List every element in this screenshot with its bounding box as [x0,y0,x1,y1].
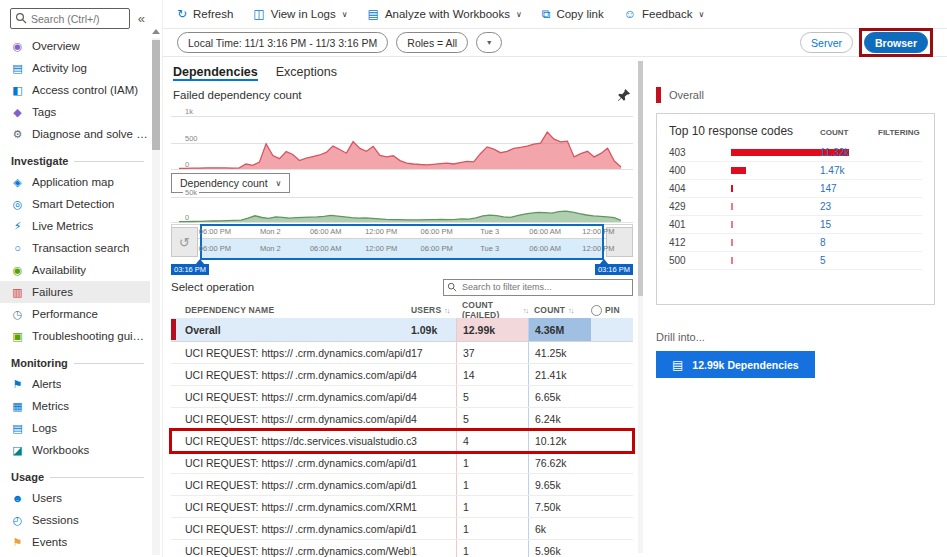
response-code-count-link[interactable]: 5 [820,255,878,266]
response-code-count-link[interactable]: 15 [820,219,878,230]
sidebar-item-availability[interactable]: ◉Availability [0,259,150,281]
browser-toggle-button[interactable]: Browser [864,32,928,53]
sidebar-item-label: Application map [32,176,114,188]
scroll-up-icon[interactable] [152,29,160,34]
view-in-logs-button[interactable]: ◫View in Logs∨ [253,8,347,20]
sidebar-item-workbooks[interactable]: ◪Workbooks [0,439,150,461]
sidebar-item-funnels[interactable]: ▼Funnels [0,553,150,557]
response-code-count-link[interactable]: 147 [820,183,878,194]
drill-dependencies-button[interactable]: ▤ 12.99k Dependencies [656,351,815,378]
brush-right-handle[interactable] [606,227,633,257]
pin-cell[interactable] [591,518,633,539]
sidebar-item-live-metrics[interactable]: ⚡Live Metrics [0,215,150,237]
count-cell: 7.50k [528,496,591,517]
tab-dependencies[interactable]: Dependencies [173,65,258,81]
sidebar-item-transaction-search[interactable]: ○Transaction search [0,237,150,259]
main-area: ↻Refresh◫View in Logs∨▤Analyze with Work… [162,0,947,557]
roles-pill[interactable]: Roles = All [396,32,468,53]
pin-cell[interactable] [591,430,633,451]
sidebar-item-users[interactable]: ☻Users [0,487,150,509]
table-row[interactable]: UCI REQUEST: https://.crm.dynamics.com/a… [171,474,633,496]
sidebar-item-performance[interactable]: ◷Performance [0,303,150,325]
table-row[interactable]: UCI REQUEST: https://.crm.dynamics.com/a… [171,364,633,386]
failed-dependency-count-chart[interactable]: 1k5000 [171,105,633,171]
pin-cell[interactable] [591,408,633,429]
sidebar-item-events[interactable]: ⚑Events [0,531,150,553]
table-filter-input[interactable] [443,279,633,296]
response-code-label: 500 [669,255,731,266]
pin-cell[interactable] [591,342,633,363]
metrics-icon: ▦ [11,401,24,412]
sessions-icon: ◴ [11,515,24,526]
sidebar-item-metrics[interactable]: ▦Metrics [0,395,150,417]
col-count[interactable]: COUNT [534,305,565,315]
table-row-overall[interactable]: Overall1.09k12.99k4.36M [171,318,633,342]
sidebar-scroll-thumb[interactable] [152,40,160,150]
table-row[interactable]: UCI REQUEST: https://.crm.dynamics.com/W… [171,540,633,557]
sidebar-item-application-map[interactable]: ◈Application map [0,171,150,193]
response-code-count-link[interactable]: 1.47k [820,165,878,176]
table-filter-box[interactable] [443,279,633,296]
analyze-with-workbooks-button[interactable]: ▤Analyze with Workbooks∨ [368,8,522,20]
pin-circle-icon [591,305,602,316]
time-range-pill[interactable]: Local Time: 11/1 3:16 PM - 11/3 3:16 PM [177,32,388,53]
col-count-failed[interactable]: COUNT (FAILED) [462,300,520,320]
add-filter-button[interactable]: ▼ [476,32,502,53]
sort-icon[interactable]: ↑↓ [444,307,449,314]
table-row[interactable]: UCI REQUEST: https://.crm.dynamics.com/a… [171,386,633,408]
pin-cell[interactable] [591,364,633,385]
table-row[interactable]: UCI REQUEST: https://.crm.dynamics.com/a… [171,342,633,364]
pin-chart-icon[interactable] [617,88,631,102]
sidebar-item-access-control[interactable]: ◧Access control (IAM) [0,79,150,101]
sidebar-item-logs[interactable]: ▤Logs [0,417,150,439]
response-code-count-link[interactable]: 8 [820,237,878,248]
table-row[interactable]: UCI REQUEST: https://.crm.dynamics.com/X… [171,496,633,518]
pin-cell[interactable] [591,452,633,473]
view-in-logs-label: View in Logs [271,8,336,20]
refresh-button[interactable]: ↻Refresh [177,8,233,20]
sidebar-item-failures[interactable]: ▥Failures [0,281,150,303]
sidebar-collapse-icon[interactable]: « [135,11,148,26]
tab-exceptions[interactable]: Exceptions [276,65,337,81]
drill-dependencies-label: 12.99k Dependencies [692,359,798,371]
sidebar-search[interactable] [10,8,130,29]
sidebar-item-tags[interactable]: ◆Tags [0,101,150,123]
count-cell: 6k [528,518,591,539]
pin-cell[interactable] [591,318,633,341]
sidebar-section-monitoring: Monitoring [11,357,144,369]
pin-cell[interactable] [591,386,633,407]
sidebar-item-alerts[interactable]: ⚑Alerts [0,373,150,395]
sidebar-item-smart-detection[interactable]: ◎Smart Detection [0,193,150,215]
table-row[interactable]: UCI REQUEST: https://.crm.dynamics.com/a… [171,408,633,430]
table-row[interactable]: UCI REQUEST: https://dc.services.visuals… [171,430,633,452]
content-scroll-thumb[interactable] [638,61,643,296]
brush-selection[interactable] [200,224,604,260]
col-dependency-name[interactable]: DEPENDENCY NAME [171,305,411,315]
dependency-count-chart[interactable]: 50k0 [171,191,633,224]
sidebar-item-label: Troubleshooting guides (previ... [32,330,150,342]
copy-link-button[interactable]: ⧉Copy link [542,8,604,20]
brush-reset-button[interactable]: ↺ [171,227,198,257]
users-cell: 1.09k [411,318,456,341]
sidebar-item-troubleshooting-guides[interactable]: ▣Troubleshooting guides (previ... [0,325,150,347]
server-toggle-button[interactable]: Server [800,32,853,53]
col-users[interactable]: USERS [411,305,441,315]
feedback-button[interactable]: ☺Feedback∨ [624,8,705,20]
sidebar-scrollbar[interactable] [150,26,162,557]
pin-cell[interactable] [591,474,633,495]
table-row[interactable]: UCI REQUEST: https://.crm.dynamics.com/a… [171,518,633,540]
pin-cell[interactable] [591,540,633,557]
sidebar-item-diagnose-and-solve-problems[interactable]: ⚙Diagnose and solve problems [0,123,150,145]
sidebar-item-activity-log[interactable]: ▤Activity log [0,57,150,79]
sidebar-item-sessions[interactable]: ◴Sessions [0,509,150,531]
response-code-count-link[interactable]: 23 [820,201,878,212]
response-code-label: 401 [669,219,731,230]
content-scrollbar[interactable] [637,57,644,557]
search-icon [15,12,27,24]
sidebar-item-overview[interactable]: ◉Overview [0,35,150,57]
table-row[interactable]: UCI REQUEST: https://.crm.dynamics.com/a… [171,452,633,474]
pin-cell[interactable] [591,496,633,517]
sidebar-search-input[interactable] [10,8,130,29]
response-code-count-link[interactable]: 11.32k [820,147,878,158]
sort-icon[interactable]: ↑↓ [568,307,573,314]
